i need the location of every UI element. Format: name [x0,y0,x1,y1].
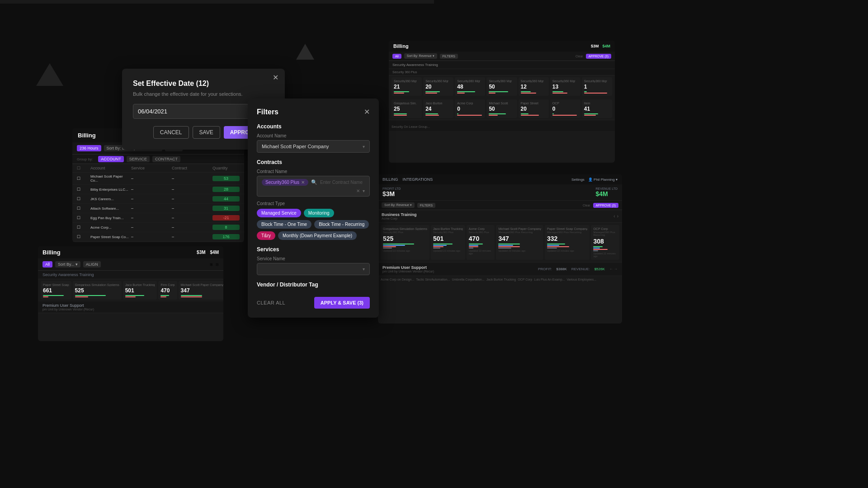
account-name-dropdown[interactable]: Michael Scott Paper Company ▾ [257,140,370,153]
tag-monitoring[interactable]: Monitoring [304,209,334,217]
rt-clear[interactable]: Clear [576,55,583,58]
integrations-label[interactable]: INTEGRATIONS [403,177,433,182]
rt-approve[interactable]: APPROVE (3) [586,54,611,59]
right-top-toolbar: All Sort By: Revenue ▾ FILTERS Clear APP… [389,52,615,61]
tag-try[interactable]: T&ry [257,231,275,240]
prev-icon[interactable]: ‹ [613,214,615,219]
revenue-metric: REVENUE LTD $4M [596,187,618,197]
list-item[interactable]: OCP 0 [550,99,580,118]
apply-save-button[interactable]: APPLY & SAVE (3) [314,297,370,309]
table-row[interactable]: ☐ Attach Software... – – 31 [72,204,244,213]
card-bars [584,91,610,94]
tag-managed-service[interactable]: Managed Service [257,209,301,217]
list-item[interactable]: Gregarious Simulation Systems 525 [73,281,122,300]
row-check[interactable]: ☐ [77,176,90,181]
rb-chip-sort[interactable]: Sort By: Revenue ▾ [382,202,415,208]
card-bars [457,113,483,116]
card-name: Security360 Mgr [425,80,451,83]
list-item[interactable]: Gregarious Simulation Systems Security36… [381,225,429,260]
card-name: Security360 Mgr [584,80,610,83]
list-item[interactable]: Firm Corp 470 [158,281,177,300]
bot-chip-1[interactable]: All [42,261,52,267]
groupby-account[interactable]: ACCOUNT [98,156,124,162]
rb-approve[interactable]: APPROVE (3) [593,203,618,208]
right-top-section: Security Awareness Training [389,61,615,69]
table-row[interactable]: ☐ JKS Careers... – – 44 [72,194,244,204]
rt-chip-sort[interactable]: Sort By: Revenue ▾ [404,53,437,59]
cancel-button[interactable]: CANCEL [153,126,189,139]
rb-clear[interactable]: Clear [583,204,590,207]
list-item[interactable]: Security360 Mgr 12 [519,77,549,96]
card-number: 48 [457,84,483,90]
contract-name-input[interactable]: Security360 Plus ✕ 🔍 Enter Contract Name… [257,176,370,197]
list-item[interactable]: Security360 Mgr 50 [486,77,517,96]
service-name-dropdown[interactable]: ▾ [257,263,370,275]
list-item[interactable]: Security360 Mgr 48 [455,77,485,96]
toolbar-chip-hours[interactable]: 236 Hours [77,145,101,151]
list-item[interactable]: Michael Scott Paper Company Managed360 P… [496,225,543,260]
card-name: Acme Corp [469,227,493,230]
settings-label[interactable]: Settings [571,178,585,182]
table-row[interactable]: ☐ Paper Street Soap Co... – – 176 [72,232,244,242]
row-service: – [131,197,172,201]
list-item[interactable]: Paper Street Soap 661 [41,281,71,300]
card-bars [521,91,547,94]
card-updated: Updated 22 minutes ago [383,249,427,252]
groupby-contract[interactable]: CONTRACT [152,156,180,162]
right-bot-section: Business Training Acme Corp ‹ › [378,210,622,223]
list-item[interactable]: Michael Scott 50 [486,99,517,118]
row-contract: – [172,206,212,211]
card-number: 50 [489,84,514,90]
list-item[interactable]: Security360 Mgr 20 [423,77,453,96]
row-check[interactable]: ☐ [77,197,90,201]
premium-metrics: PROFIT: $388K REVENUE: $526K ← → [538,267,618,271]
next-icon[interactable]: › [617,214,618,219]
save-button[interactable]: SAVE [193,126,220,139]
list-item[interactable]: Jaco Burton Trucking Security360 Plus 50… [431,225,465,260]
list-item[interactable]: Item 41 [582,99,612,118]
row-contract: – [172,225,212,230]
effective-date-close-icon[interactable]: ✕ [273,73,278,82]
row-check[interactable]: ☐ [77,235,90,239]
table-row[interactable]: ☐ Bilby Enterprises LLC... – – 28 [72,185,244,194]
list-item[interactable]: Gregarious Sim. 25 [392,99,422,118]
profit-label-sm: PROFIT: [538,267,552,271]
list-item[interactable]: Michael Scott Paper Company 347 [179,281,223,300]
list-item[interactable]: Acme Corp Security360 Plus 470 Updated 2… [467,225,495,260]
list-item[interactable]: Acme Corp 0 [455,99,485,118]
tag-block-time-recurring[interactable]: Block Time - Recurring [314,220,369,229]
rb-chip-filters[interactable]: FILTERS [417,203,435,208]
card-bars [425,91,451,94]
bot-chip-align[interactable]: ALIGN [83,261,101,267]
tag-remove-icon[interactable]: ✕ [301,180,305,185]
groupby-service[interactable]: SERVICE [127,156,150,162]
list-item[interactable]: Paper Street 20 [519,99,549,118]
table-row[interactable]: ☐ Michael Scott Paper Co... – – 53 [72,173,244,185]
row-check[interactable]: ☐ [77,225,90,230]
list-item[interactable]: Security360 Mgr 13 [550,77,580,96]
clear-input-icon[interactable]: ✕ [356,188,360,193]
card-name: Security360 Mgr [394,80,420,83]
filters-close-icon[interactable]: ✕ [364,108,370,116]
list-item[interactable]: OCP Corp Managed360 Plus Recurring 308 U… [591,225,619,260]
list-item[interactable]: Jaco Burton Trucking 501 [123,281,157,300]
list-item[interactable]: Security360 Mgr 21 [392,77,422,96]
row-check[interactable]: ☐ [77,187,90,192]
bot-chip-sort[interactable]: Sort By... ▾ [55,261,80,267]
list-item[interactable]: Jaco Burton 24 [423,99,453,118]
clear-all-button[interactable]: CLEAR ALL [257,300,285,305]
rt-chip-1[interactable]: All [392,54,401,59]
tag-block-time-one[interactable]: Block Time - One Time [257,220,311,229]
list-item[interactable]: Paper Street Soap Company Managed360 Plu… [545,225,590,260]
row-check[interactable]: ☐ [77,206,90,211]
company-5: OCP Corp [518,278,532,281]
tag-monthly[interactable]: Monthly (Down Payment Example) [278,231,357,240]
card-bars [394,91,420,94]
table-row[interactable]: ☐ Acme Corp... – – 8 [72,223,244,232]
card-sub: Managed360 Plus Recurring [593,231,617,236]
list-item[interactable]: Security360 Mgr 1 [582,77,612,96]
row-check[interactable]: ☐ [77,216,90,220]
rt-chip-filters[interactable]: FILTERS [440,54,458,59]
table-row[interactable]: ☐ Egg Pan Buy Train... – – -21 [72,213,244,223]
row-contract: – [172,216,212,220]
